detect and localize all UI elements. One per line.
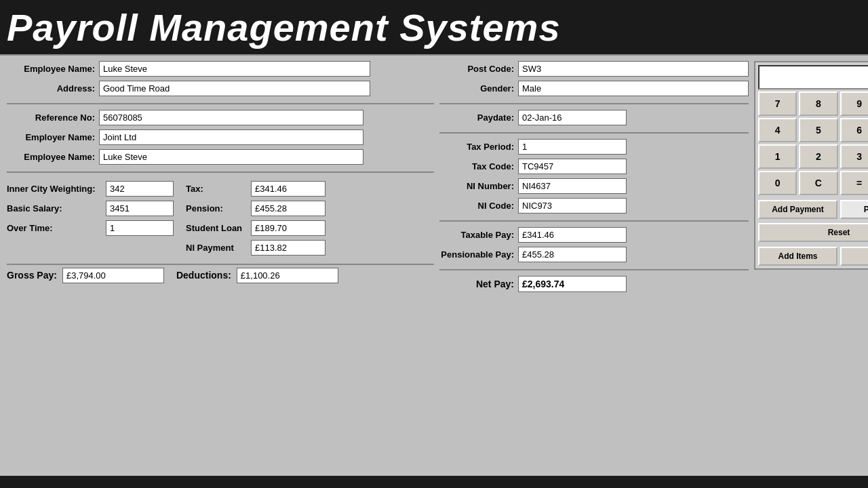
inner-city-row: Inner City Weighting:: [7, 181, 174, 197]
employee-name2-row: Employee Name:: [7, 149, 434, 165]
post-code-label: Post Code:: [439, 64, 514, 74]
left-panel: Employee Name: Address: Reference No: Em…: [7, 61, 434, 470]
address-input[interactable]: [99, 81, 370, 96]
tax-input[interactable]: [251, 181, 326, 197]
student-loan-input[interactable]: [251, 220, 326, 236]
pension-label: Pension:: [186, 203, 247, 214]
ni-code-input[interactable]: [518, 198, 627, 214]
calc-btn-3[interactable]: 3: [840, 144, 869, 169]
paydate-label: Paydate:: [439, 113, 514, 123]
gross-pay-label: Gross Pay:: [7, 270, 57, 281]
overtime-label: Over Time:: [7, 223, 102, 233]
pensionable-pay-input[interactable]: [518, 247, 627, 262]
ni-payment-input[interactable]: [251, 240, 326, 256]
calc-btn-8[interactable]: 8: [799, 92, 837, 116]
calc-btn-5[interactable]: 5: [799, 118, 837, 142]
gender-row: Gender:: [439, 81, 749, 96]
main-content: Employee Name: Address: Reference No: Em…: [0, 56, 868, 476]
salary-inputs: Inner City Weighting: Basic Salary: Over…: [7, 181, 174, 257]
calc-grid: 789+456-123/0C=*: [758, 92, 868, 195]
net-pay-input[interactable]: [518, 276, 627, 292]
basic-salary-input[interactable]: [106, 201, 174, 216]
inner-city-input[interactable]: [106, 181, 174, 197]
calc-btn-equals[interactable]: =: [840, 171, 869, 195]
gross-pay-input[interactable]: [62, 268, 164, 283]
ni-code-row: NI Code:: [439, 198, 749, 214]
ni-number-row: NI Number:: [439, 178, 749, 194]
reference-no-row: Reference No:: [7, 110, 434, 125]
exit-button[interactable]: Exit: [840, 247, 868, 266]
deductions-label: Deductions:: [176, 270, 231, 281]
pay-ref-button[interactable]: Pay Ref.: [840, 200, 868, 219]
footer-bar: [0, 476, 868, 488]
employee-name2-label: Employee Name:: [7, 152, 95, 162]
calc-btn-1[interactable]: 1: [758, 144, 797, 169]
address-label: Address:: [7, 83, 95, 94]
basic-salary-row: Basic Salary:: [7, 201, 174, 216]
ni-number-input[interactable]: [518, 178, 627, 194]
pension-input[interactable]: [251, 201, 326, 216]
bottom-row: Gross Pay: Deductions:: [7, 264, 434, 283]
middle-panel: Post Code: Gender: Paydate: Tax Period: …: [439, 61, 749, 470]
employee-name-label: Employee Name:: [7, 64, 95, 74]
student-loan-label: Student Loan: [186, 223, 247, 233]
pensionable-pay-label: Pensionable Pay:: [439, 249, 514, 260]
taxable-pay-label: Taxable Pay:: [439, 230, 514, 240]
address-row: Address:: [7, 81, 434, 96]
tax-row: Tax:: [186, 181, 326, 197]
reference-no-input[interactable]: [99, 110, 363, 125]
student-loan-row: Student Loan: [186, 220, 326, 236]
net-pay-row: Net Pay:: [439, 276, 749, 292]
add-payment-button[interactable]: Add Payment: [758, 200, 837, 219]
calc-btn-0[interactable]: 0: [758, 171, 797, 195]
ni-number-label: NI Number:: [439, 181, 514, 191]
overtime-row: Over Time:: [7, 220, 174, 236]
employer-name-input[interactable]: [99, 129, 363, 145]
taxable-pay-input[interactable]: [518, 227, 627, 243]
paydate-input[interactable]: [518, 110, 627, 125]
post-code-input[interactable]: [518, 61, 749, 77]
employer-name-row: Employer Name:: [7, 129, 434, 145]
app-header: Payroll Management Systems: [0, 0, 868, 56]
employee-name-input[interactable]: [99, 61, 370, 77]
paydate-row: Paydate:: [439, 110, 749, 125]
employee-name-row: Employee Name:: [7, 61, 434, 77]
ni-payment-row: NI Payment: [186, 240, 326, 256]
reference-no-label: Reference No:: [7, 113, 95, 123]
deductions-inputs: Tax: Pension: Student Loan NI Payment: [186, 181, 326, 257]
employee-name2-input[interactable]: [99, 149, 363, 165]
taxable-pay-row: Taxable Pay:: [439, 227, 749, 243]
reset-button[interactable]: Reset: [758, 223, 868, 242]
deductions-input[interactable]: [237, 268, 338, 283]
tax-period-label: Tax Period:: [439, 142, 514, 152]
app-title: Payroll Management Systems: [7, 7, 861, 49]
calculator: 135 789+456-123/0C=* Add Payment Pay Ref…: [754, 61, 868, 270]
tax-code-row: Tax Code:: [439, 159, 749, 174]
ni-payment-label: NI Payment: [186, 243, 247, 253]
salary-section: Inner City Weighting: Basic Salary: Over…: [7, 181, 434, 257]
add-payment-row: Add Payment Pay Ref.: [758, 200, 868, 219]
calc-btn-2[interactable]: 2: [799, 144, 837, 169]
inner-city-label: Inner City Weighting:: [7, 184, 102, 194]
tax-period-row: Tax Period:: [439, 139, 749, 155]
bottom-action-row: Add Items Exit: [758, 247, 868, 266]
tax-period-input[interactable]: [518, 139, 627, 155]
overtime-input[interactable]: [106, 220, 174, 236]
tax-label: Tax:: [186, 184, 247, 194]
tax-code-input[interactable]: [518, 159, 627, 174]
calc-display: 135: [758, 65, 868, 89]
calc-btn-7[interactable]: 7: [758, 92, 797, 116]
employer-name-label: Employer Name:: [7, 132, 95, 142]
calc-btn-4[interactable]: 4: [758, 118, 797, 142]
basic-salary-label: Basic Salary:: [7, 203, 102, 214]
calc-btn-c[interactable]: C: [799, 171, 837, 195]
gender-input[interactable]: [518, 81, 749, 96]
add-items-button[interactable]: Add Items: [758, 247, 837, 266]
pension-row: Pension:: [186, 201, 326, 216]
calc-btn-9[interactable]: 9: [840, 92, 869, 116]
gender-label: Gender:: [439, 83, 514, 94]
pensionable-pay-row: Pensionable Pay:: [439, 247, 749, 262]
net-pay-label: Net Pay:: [439, 279, 514, 289]
post-code-row: Post Code:: [439, 61, 749, 77]
calc-btn-6[interactable]: 6: [840, 118, 869, 142]
